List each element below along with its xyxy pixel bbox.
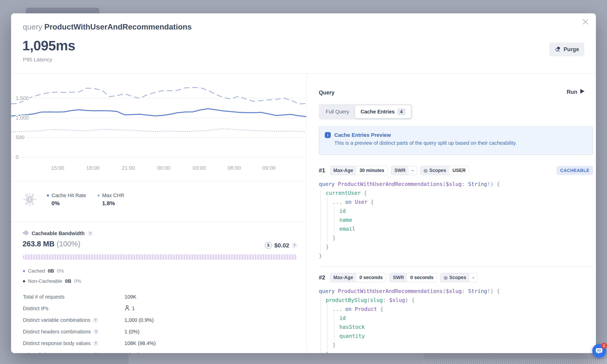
legend-label: Non-Cacheable — [28, 278, 62, 284]
entry-index: #2 — [319, 274, 325, 281]
legend-label: Cached — [28, 268, 45, 274]
code-token: { — [380, 305, 383, 313]
code-line: productBySlug(slug: $slug) { — [319, 296, 593, 305]
stat-label: Distinct response body values? — [23, 340, 125, 346]
query-name: ProductWithUserAndRecommendations — [44, 23, 192, 31]
dollar-coin-icon: $ — [265, 242, 272, 249]
help-icon[interactable]: ? — [93, 341, 99, 346]
help-icon[interactable]: ? — [93, 317, 98, 323]
indent-guide — [326, 305, 333, 313]
indent-guide — [319, 189, 326, 197]
stat-label-text: Distinct headers combinations — [23, 329, 91, 335]
run-button[interactable]: Run — [567, 89, 585, 95]
code-token: productBySlug — [326, 296, 367, 305]
code-token: } — [326, 242, 329, 251]
bandwidth-value: 263.8 MB (100%) — [23, 240, 80, 248]
legend-percent: 0% — [57, 268, 64, 274]
code-token: email — [339, 224, 355, 233]
code-token: !) { — [487, 287, 500, 296]
chr-item-label: Cache Hit Rate — [47, 193, 86, 198]
bandwidth-title: Cacheable Bandwidth — [32, 231, 85, 236]
table-row: Distinct headers combinations?1 (0%) — [23, 326, 297, 338]
code-token: Product — [355, 305, 380, 313]
background-page-strip — [128, 353, 424, 364]
svg-text:21:00: 21:00 — [122, 165, 135, 171]
p95-latency-value: 1,095ms — [22, 38, 75, 54]
graphql-code-block: query ProductWithUserAndRecommendations(… — [319, 180, 593, 260]
chr-item-value: 0% — [47, 200, 86, 207]
scopes-icon: ◎ — [444, 275, 448, 280]
legend-value: 0B — [48, 268, 54, 274]
indent-guide — [326, 233, 333, 242]
stat-label-text: Distinct IPs — [23, 306, 48, 312]
stat-value-text: 109K — [125, 294, 136, 300]
svg-text:06:00: 06:00 — [228, 165, 241, 171]
svg-text:03:00: 03:00 — [193, 165, 206, 171]
tab-cache-entries[interactable]: Cache Entries 4 — [355, 105, 411, 118]
help-icon[interactable]: ? — [93, 352, 98, 353]
pill-key-text: Max-Age — [333, 275, 353, 280]
code-token: ... — [333, 305, 345, 313]
help-icon[interactable]: ? — [292, 243, 297, 248]
stat-label-text: Total # of requests — [23, 294, 65, 300]
indent-guide — [319, 340, 326, 349]
p95-latency-label: P95 Latency — [23, 57, 52, 63]
code-line: id — [319, 207, 593, 215]
code-token: ( — [367, 296, 370, 305]
scopes-icon: ◎ — [424, 168, 427, 173]
close-icon[interactable] — [581, 18, 589, 26]
info-box-title-row: i Cache Entries Preview — [325, 132, 587, 138]
code-token: $slug — [446, 180, 462, 189]
indent-guide — [326, 323, 333, 331]
run-label: Run — [567, 89, 577, 95]
pill-key-text: SWR — [393, 275, 404, 280]
tab-full-query[interactable]: Full Query — [320, 106, 355, 118]
code-token: String — [468, 287, 487, 296]
chr-item: Max CHR1.8% — [97, 193, 124, 207]
chr-item-value: 1.8% — [97, 200, 124, 207]
code-token: on — [345, 197, 355, 207]
indent-guide — [333, 215, 339, 224]
indent-guide — [319, 215, 326, 224]
purge-button[interactable]: Purge — [549, 42, 584, 56]
code-token: : — [462, 180, 468, 189]
pill-key: Max-Age — [330, 273, 356, 282]
code-line: } — [319, 340, 593, 349]
code-line: id — [319, 313, 593, 323]
indent-guide — [319, 349, 326, 353]
stat-label-text: Other distinct request aspects — [23, 352, 90, 353]
pill-key-text: Scopes — [449, 275, 466, 280]
code-line: } — [319, 349, 593, 353]
query-detail-modal: queryProductWithUserAndRecommendations 1… — [11, 13, 596, 353]
code-line: } — [319, 251, 593, 260]
svg-text:1,500: 1,500 — [16, 95, 29, 101]
svg-text:1,000: 1,000 — [16, 115, 29, 121]
cache-directive-pill: SWR- — [391, 166, 417, 175]
cache-entry-header: #1Max-Age30 minutesSWR-◎ScopesUSERCACHEA… — [319, 165, 593, 176]
pill-key: ◎Scopes — [440, 273, 469, 282]
code-token: User — [355, 197, 371, 207]
indent-guide — [326, 331, 333, 340]
cache-directive-pill: Max-Age30 minutes — [330, 166, 388, 175]
code-line: quantity — [319, 331, 593, 340]
chat-launcher-button[interactable]: 1 — [592, 344, 606, 358]
latency-chart: 1,5001,000500015:0018:0021:0000:0003:000… — [11, 78, 306, 174]
cache-hit-rate-summary: ! Cache Hit Rate0%Max CHR1.8% — [23, 193, 124, 207]
cache-entry-header: #2Max-Age0 secondsSWR0 seconds◎Scopes- — [319, 272, 593, 283]
bandwidth-percent: (100%) — [57, 240, 80, 248]
help-icon[interactable]: ? — [93, 329, 99, 335]
code-line: ... on User { — [319, 197, 593, 207]
stats-list: Total # of requests109KDistinct IPs1Dist… — [23, 291, 297, 353]
legend-dot-icon — [47, 194, 49, 197]
code-token: id — [339, 313, 346, 323]
code-token: } — [333, 233, 336, 242]
stat-label: Other distinct request aspects? — [23, 352, 125, 353]
tab-label: Cache Entries — [361, 109, 395, 115]
indent-guide — [319, 323, 326, 331]
help-icon[interactable]: ? — [87, 231, 93, 236]
svg-text:500: 500 — [16, 134, 25, 140]
eraser-icon — [555, 46, 561, 53]
stat-value: 1 (0%) — [125, 352, 140, 353]
legend-value: 0B — [65, 278, 71, 284]
indent-guide — [319, 313, 326, 323]
